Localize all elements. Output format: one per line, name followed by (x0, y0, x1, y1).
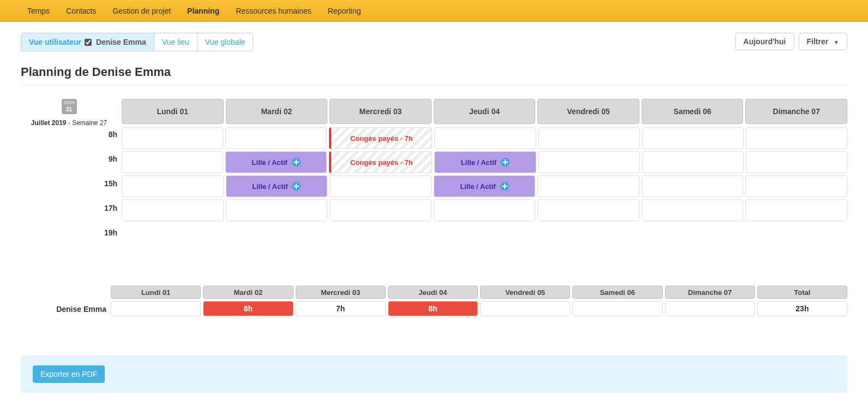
summary-cell: 8h (203, 301, 293, 316)
move-icon (500, 182, 509, 191)
slot-label: Lille / Actif (460, 182, 495, 191)
hour-label: 19h (21, 228, 117, 253)
filter-button[interactable]: Filtrer ▼ (799, 33, 847, 50)
empty-slot[interactable] (537, 175, 639, 197)
empty-slot[interactable] (746, 127, 847, 149)
move-icon (292, 158, 301, 167)
empty-slot[interactable] (226, 199, 328, 221)
hour-label: 15h (21, 179, 117, 204)
summary-header-cell: Total (757, 286, 847, 299)
planning-grid: Lundi 01 Mardi 02 Mercredi 03 Jeudi 04 V… (122, 99, 847, 253)
summary-header-cell: Samedi 06 (572, 286, 662, 299)
empty-slot[interactable] (122, 199, 224, 221)
move-icon (501, 158, 510, 167)
empty-slot[interactable] (745, 175, 847, 197)
summary-header-cell: Mercredi 03 (296, 286, 386, 299)
empty-slot[interactable] (538, 151, 640, 173)
day-header: Vendredi 05 (537, 99, 639, 124)
user-checkbox[interactable] (85, 39, 92, 46)
summary-cell: 7h (296, 301, 386, 316)
empty-slot[interactable] (538, 127, 640, 149)
slot-label: Lille / Actif (252, 158, 288, 167)
summary-cell (480, 301, 570, 316)
leave-slot[interactable]: Congés payés - 7h (329, 127, 432, 149)
slot-label: Lille / Actif (252, 182, 288, 191)
hour-label: 17h (21, 204, 117, 228)
summary-grid: Lundi 01Mardi 02Mercredi 03Jeudi 04Vendr… (111, 286, 847, 317)
top-nav: Temps Contacts Gestion de projet Plannin… (0, 0, 868, 22)
shift-slot[interactable]: Lille / Actif (225, 151, 327, 173)
day-header: Mardi 02 (226, 99, 328, 124)
shift-slot[interactable]: Lille / Actif (434, 151, 536, 173)
summary-header-cell: Jeudi 04 (388, 286, 478, 299)
planning-row: Congés payés - 7h (122, 127, 847, 149)
toolbar: Vue utilisateur Denise Emma Vue lieu Vue… (21, 33, 847, 51)
empty-slot[interactable] (434, 127, 536, 149)
tab-vue-utilisateur[interactable]: Vue utilisateur Denise Emma (21, 33, 154, 51)
planning-row (122, 199, 847, 221)
day-header: Lundi 01 (122, 99, 224, 124)
today-button[interactable]: Aujourd'hui (735, 33, 794, 50)
empty-slot[interactable] (745, 199, 847, 221)
page-title: Planning de Denise Emma (21, 65, 847, 85)
empty-slot[interactable] (225, 127, 327, 149)
nav-ressources-humaines[interactable]: Ressources humaines (236, 7, 312, 15)
tab-user-view-label: Vue utilisateur (29, 38, 81, 46)
summary-cell: 23h (757, 301, 847, 316)
tab-vue-globale[interactable]: Vue globale (197, 33, 253, 51)
summary-header-row: Lundi 01Mardi 02Mercredi 03Jeudi 04Vendr… (111, 286, 847, 299)
summary-row-label: Denise Emma (21, 301, 111, 317)
export-panel: Exporter en PDF (21, 356, 847, 393)
planning-header-row: Lundi 01 Mardi 02 Mercredi 03 Jeudi 04 V… (122, 99, 847, 124)
day-header: Mercredi 03 (330, 99, 432, 124)
export-pdf-button[interactable]: Exporter en PDF (33, 365, 105, 383)
tab-place-label: Vue lieu (162, 38, 189, 46)
leave-slot[interactable]: Congés payés - 7h (329, 151, 432, 173)
empty-slot[interactable] (122, 175, 224, 197)
day-header: Dimanche 07 (745, 99, 847, 124)
tab-global-label: Vue globale (205, 38, 245, 46)
planning-left-gutter: Juillet 2019 - Semaine 27 8h 9h 15h 17h … (21, 99, 122, 253)
move-icon (292, 182, 301, 191)
view-tabs: Vue utilisateur Denise Emma Vue lieu Vue… (21, 33, 253, 51)
caret-down-icon: ▼ (834, 39, 839, 45)
empty-slot[interactable] (642, 151, 744, 173)
day-header: Jeudi 04 (434, 99, 536, 124)
empty-slot[interactable] (434, 199, 536, 221)
planning-row: Lille / ActifCongés payés - 7hLille / Ac… (122, 151, 847, 173)
empty-slot[interactable] (642, 199, 744, 221)
summary-header-cell: Lundi 01 (111, 286, 201, 299)
nav-planning[interactable]: Planning (187, 7, 219, 15)
day-header: Samedi 06 (642, 99, 744, 124)
nav-gestion-de-projet[interactable]: Gestion de projet (112, 7, 171, 15)
slot-label: Lille / Actif (461, 158, 496, 167)
period-month: Juillet 2019 (31, 119, 67, 127)
tab-user-name: Denise Emma (96, 38, 146, 46)
summary-cell (111, 301, 201, 316)
shift-slot[interactable]: Lille / Actif (226, 175, 328, 197)
summary-header-cell: Vendredi 05 (480, 286, 570, 299)
empty-slot[interactable] (330, 175, 432, 197)
nav-reporting[interactable]: Reporting (328, 7, 361, 15)
planning-week-view: Juillet 2019 - Semaine 27 8h 9h 15h 17h … (21, 99, 847, 253)
empty-slot[interactable] (642, 127, 744, 149)
summary-cell (665, 301, 755, 316)
right-buttons: Aujourd'hui Filtrer ▼ (735, 33, 847, 50)
empty-slot[interactable] (537, 199, 639, 221)
empty-slot[interactable] (330, 199, 432, 221)
filter-button-label: Filtrer (807, 37, 829, 46)
tab-vue-lieu[interactable]: Vue lieu (154, 33, 197, 51)
shift-slot[interactable]: Lille / Actif (434, 175, 536, 197)
summary-table: Denise Emma Lundi 01Mardi 02Mercredi 03J… (21, 286, 847, 317)
empty-slot[interactable] (642, 175, 744, 197)
summary-left-gutter: Denise Emma (21, 286, 111, 317)
slot-label: Congés payés - 7h (350, 158, 413, 167)
nav-temps[interactable]: Temps (27, 7, 50, 15)
empty-slot[interactable] (746, 151, 847, 173)
empty-slot[interactable] (122, 151, 223, 173)
summary-cell (572, 301, 662, 316)
slot-label: Congés payés - 7h (350, 134, 413, 143)
calendar-icon[interactable] (62, 99, 77, 114)
empty-slot[interactable] (122, 127, 223, 149)
nav-contacts[interactable]: Contacts (66, 7, 96, 15)
